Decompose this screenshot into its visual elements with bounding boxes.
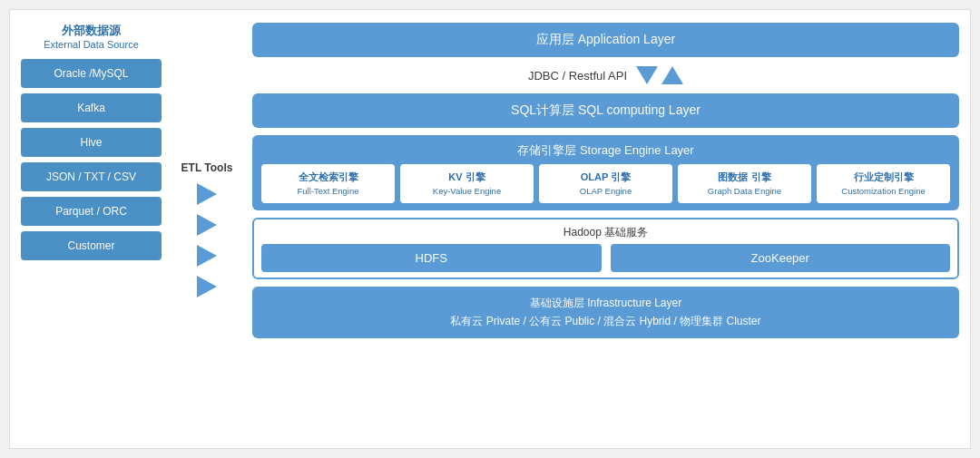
infrastructure-layer: 基础设施层 Infrastructure Layer 私有云 Private /… xyxy=(252,287,959,338)
etl-area: ETL Tools xyxy=(171,23,243,435)
arrow-up-icon xyxy=(662,66,683,84)
diagram-container: 外部数据源 External Data Source Oracle /MySQL… xyxy=(9,9,971,449)
olap-cn: OLAP 引擎 xyxy=(546,170,665,185)
sidebar: 外部数据源 External Data Source Oracle /MySQL… xyxy=(21,23,162,435)
sidebar-item-customer[interactable]: Customer xyxy=(21,231,162,260)
arrow-down-icon xyxy=(636,66,658,84)
sidebar-item-hive[interactable]: Hive xyxy=(21,128,162,157)
etl-arrow-1 xyxy=(197,183,217,205)
infra-line2: 私有云 Private / 公有云 Public / 混合云 Hybrid / … xyxy=(260,312,952,330)
hdfs-box: HDFS xyxy=(261,244,602,272)
kv-en: Key-Value Engine xyxy=(407,185,526,198)
sql-computing-layer: SQL计算层 SQL computing Layer xyxy=(252,93,959,128)
application-layer: 应用层 Application Layer xyxy=(252,23,959,57)
full-text-en: Full-Text Engine xyxy=(269,185,387,198)
full-text-engine: 全文检索引擎 Full-Text Engine xyxy=(261,164,395,203)
jdbc-arrows xyxy=(636,66,683,84)
sidebar-item-kafka[interactable]: Kafka xyxy=(21,93,162,122)
kv-cn: KV 引擎 xyxy=(407,170,526,185)
graph-cn: 图数据 引擎 xyxy=(685,170,804,185)
sidebar-item-oracle[interactable]: Oracle /MySQL xyxy=(21,59,162,88)
graph-engine: 图数据 引擎 Graph Data Engine xyxy=(678,164,811,203)
graph-en: Graph Data Engine xyxy=(685,185,804,198)
olap-en: OLAP Engine xyxy=(546,185,665,198)
sidebar-item-parquet[interactable]: Parquet / ORC xyxy=(21,197,162,226)
kv-engine: KV 引擎 Key-Value Engine xyxy=(400,164,534,203)
hadoop-section: Hadoop 基础服务 HDFS ZooKeeper xyxy=(252,218,959,279)
zookeeper-box: ZooKeeper xyxy=(611,244,951,272)
olap-engine: OLAP 引擎 OLAP Engine xyxy=(539,164,672,203)
custom-engine: 行业定制引擎 Customization Engine xyxy=(817,164,950,203)
etl-arrow-3 xyxy=(197,245,217,267)
etl-label: ETL Tools xyxy=(181,161,233,174)
custom-en: Customization Engine xyxy=(824,185,943,198)
custom-cn: 行业定制引擎 xyxy=(824,170,943,185)
sidebar-title-cn: 外部数据源 xyxy=(21,23,162,39)
full-text-cn: 全文检索引擎 xyxy=(269,170,387,185)
infra-line1: 基础设施层 Infrastructure Layer xyxy=(260,294,952,312)
hadoop-title: Hadoop 基础服务 xyxy=(261,225,950,240)
engine-boxes: 全文检索引擎 Full-Text Engine KV 引擎 Key-Value … xyxy=(261,164,950,203)
jdbc-row: JDBC / Restful API xyxy=(252,64,959,86)
etl-arrow-2 xyxy=(197,214,217,236)
sidebar-title-en: External Data Source xyxy=(21,39,162,50)
sidebar-item-json[interactable]: JSON / TXT / CSV xyxy=(21,162,162,191)
hadoop-boxes: HDFS ZooKeeper xyxy=(261,244,950,272)
storage-engine-layer: 存储引擎层 Storage Engine Layer 全文检索引擎 Full-T… xyxy=(252,135,959,210)
sidebar-title: 外部数据源 External Data Source xyxy=(21,23,162,50)
jdbc-label: JDBC / Restful API xyxy=(528,69,627,83)
etl-arrow-4 xyxy=(197,276,217,297)
storage-layer-title: 存储引擎层 Storage Engine Layer xyxy=(261,142,950,159)
etl-arrows xyxy=(197,183,217,297)
main-diagram: 应用层 Application Layer JDBC / Restful API… xyxy=(252,23,959,435)
